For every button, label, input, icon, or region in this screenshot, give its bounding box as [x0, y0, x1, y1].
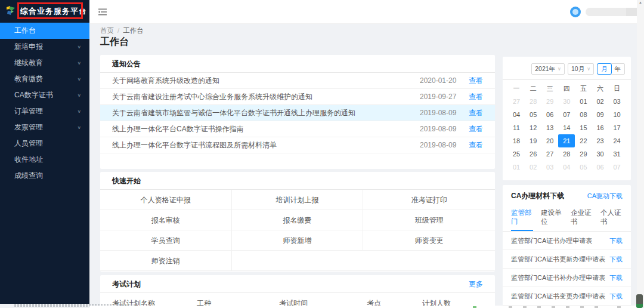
calendar-day[interactable]: 10 — [609, 108, 626, 121]
quickstart-item-training-plan-submit[interactable]: 培训计划上报 — [232, 190, 364, 210]
calendar-day[interactable]: 27 — [541, 147, 558, 161]
notice-row[interactable]: 关于云南省建设注册考试中心综合业务服务系统升级维护的通知 2019-09-27 … — [100, 89, 495, 105]
ca-tab-regulator[interactable]: 监管部门 — [511, 205, 533, 231]
calendar-day[interactable]: 12 — [525, 121, 541, 134]
quickstart-item-personal-cert-declare[interactable]: 个人资格证申报 — [100, 190, 232, 210]
calendar-day[interactable]: 04 — [508, 108, 525, 121]
cutoff-corner-element — [636, 294, 643, 308]
calendar-day[interactable]: 16 — [592, 121, 608, 134]
notice-row[interactable]: 线上办理一体化平台CA数字证书操作指南 2019-08-09 查看 — [100, 121, 495, 137]
quickstart-item-teacher-change[interactable]: 师资变更 — [363, 230, 495, 251]
calendar-day[interactable]: 05 — [575, 161, 592, 174]
calendar-day[interactable]: 28 — [558, 147, 575, 161]
calendar-day[interactable]: 06 — [541, 108, 558, 121]
sidebar-item-workbench[interactable]: 工作台 — [0, 23, 89, 39]
calendar-mode-month-button[interactable]: 月 — [597, 64, 611, 74]
calendar-day[interactable]: 14 — [558, 121, 575, 134]
notice-row[interactable]: 关于网络教育系统升级改造的通知 2020-01-20 查看 — [100, 73, 495, 89]
quickstart-item-teacher-add[interactable]: 师资新增 — [232, 230, 364, 251]
calendar-day[interactable]: 29 — [575, 147, 592, 161]
calendar-day-selected[interactable]: 21 — [558, 134, 575, 147]
calendar-day-header: 六 — [592, 82, 608, 95]
calendar-day[interactable]: 25 — [508, 147, 525, 161]
quickstart-item-registration-review[interactable]: 报名审核 — [100, 210, 232, 230]
ca-download-link[interactable]: 下载 — [609, 292, 623, 301]
calendar-day[interactable]: 03 — [541, 161, 558, 174]
calendar-day[interactable]: 08 — [575, 108, 592, 121]
calendar-day[interactable]: 29 — [541, 95, 558, 108]
user-avatar[interactable] — [570, 7, 581, 17]
calendar-day[interactable]: 30 — [558, 95, 575, 108]
notice-view-link[interactable]: 查看 — [463, 76, 483, 86]
sidebar-item-new-training-declare[interactable]: 新培申报 ∨ — [0, 39, 89, 55]
calendar-day[interactable]: 07 — [558, 108, 575, 121]
breadcrumb-current: 工作台 — [123, 27, 144, 34]
calendar-day[interactable]: 18 — [508, 134, 525, 147]
page-title: 工作台 — [100, 36, 129, 48]
calendar-day[interactable]: 19 — [525, 134, 541, 147]
ca-tab-personal-cert[interactable]: 个人证书 — [600, 205, 623, 231]
notice-date: 2019-08-09 — [420, 125, 463, 133]
calendar-day[interactable]: 09 — [592, 108, 608, 121]
calendar-day[interactable]: 17 — [609, 121, 626, 134]
calendar-day[interactable]: 01 — [575, 95, 592, 108]
calendar-day[interactable]: 02 — [592, 95, 608, 108]
calendar-day[interactable]: 15 — [575, 121, 592, 134]
ca-download-link[interactable]: 下载 — [609, 273, 623, 282]
notice-view-link[interactable]: 查看 — [463, 92, 483, 102]
notice-view-link[interactable]: 查看 — [463, 108, 483, 118]
calendar-day[interactable]: 05 — [525, 108, 541, 121]
ca-download-link[interactable]: 下载 — [609, 255, 623, 264]
notice-row-highlighted[interactable]: 关于云南省建筑市场监管与诚信一体化平台数字证书开通线上办理服务的通知 2019-… — [100, 105, 495, 121]
calendar-mode-year-button[interactable]: 年 — [611, 64, 625, 74]
quickstart-item-student-inquiry[interactable]: 学员查询 — [100, 230, 232, 251]
calendar-day[interactable]: 01 — [508, 161, 525, 174]
notice-view-link[interactable]: 查看 — [463, 140, 483, 150]
menu-fold-icon[interactable] — [98, 7, 107, 17]
quickstart-item-teacher-cancel[interactable]: 师资注销 — [100, 251, 232, 271]
quickstart-item-class-management[interactable]: 班级管理 — [363, 210, 495, 230]
calendar-day[interactable]: 20 — [541, 134, 558, 147]
exam-plan-more-link[interactable]: 更多 — [469, 275, 483, 292]
quickstart-item-admission-ticket-print[interactable]: 准考证打印 — [363, 190, 495, 210]
calendar-day[interactable]: 30 — [592, 147, 608, 161]
calendar-day[interactable]: 07 — [609, 161, 626, 174]
ca-download-link[interactable]: 下载 — [609, 236, 623, 245]
calendar-day[interactable]: 02 — [525, 161, 541, 174]
calendar-month-select[interactable]: 10月 ∨ — [568, 63, 594, 75]
sidebar-item-mailing-address[interactable]: 收件地址 — [0, 152, 89, 168]
sidebar-item-personnel-management[interactable]: 人员管理 — [0, 135, 89, 152]
calendar-day[interactable]: 28 — [525, 95, 541, 108]
quickstart-item-registration-payment[interactable]: 报名缴费 — [232, 210, 364, 230]
sidebar-item-order-management[interactable]: 订单管理 ∨ — [0, 103, 89, 119]
sidebar-item-education-payment[interactable]: 教育缴费 ∨ — [0, 71, 89, 87]
ca-driver-download-link[interactable]: CA驱动下载 — [587, 192, 623, 201]
ca-tab-construction-unit[interactable]: 建设单位 — [541, 205, 563, 231]
notice-view-link[interactable]: 查看 — [463, 124, 483, 134]
calendar-day[interactable]: 13 — [541, 121, 558, 134]
breadcrumb-home[interactable]: 首页 — [100, 27, 114, 34]
calendar-day[interactable]: 03 — [609, 95, 626, 108]
cutoff-bottom-toolbar — [89, 306, 637, 308]
calendar-day[interactable]: 04 — [558, 161, 575, 174]
calendar-year-select[interactable]: 2021年 ∨ — [531, 63, 565, 75]
calendar-day[interactable]: 23 — [592, 134, 608, 147]
scrollbar-track[interactable]: ▲ — [637, 0, 644, 308]
sidebar-item-ca-certificate[interactable]: CA数字证书 ∨ — [0, 87, 89, 103]
notice-title: 关于云南省建筑市场监管与诚信一体化平台数字证书开通线上办理服务的通知 — [112, 108, 420, 118]
username-redacted[interactable] — [586, 8, 644, 16]
calendar-day[interactable]: 31 — [609, 147, 626, 161]
sidebar-item-score-inquiry[interactable]: 成绩查询 — [0, 168, 89, 184]
notice-row[interactable]: 线上办理一体化平台数字证书流程图及所需材料清单 2019-08-09 查看 — [100, 137, 495, 153]
scrollbar-up-arrow-icon[interactable]: ▲ — [637, 0, 644, 5]
calendar-day[interactable]: 27 — [508, 95, 525, 108]
calendar-day[interactable]: 06 — [592, 161, 608, 174]
sidebar-item-invoice-management[interactable]: 发票管理 ∨ — [0, 119, 89, 135]
calendar-day[interactable]: 26 — [525, 147, 541, 161]
app-title: 综合业务服务平台 — [20, 6, 87, 17]
sidebar-item-continuing-education[interactable]: 继续教育 ∨ — [0, 55, 89, 71]
calendar-day[interactable]: 24 — [609, 134, 626, 147]
ca-tab-enterprise-cert[interactable]: 企业证书 — [571, 205, 593, 231]
calendar-day[interactable]: 11 — [508, 121, 525, 134]
calendar-day[interactable]: 22 — [575, 134, 592, 147]
